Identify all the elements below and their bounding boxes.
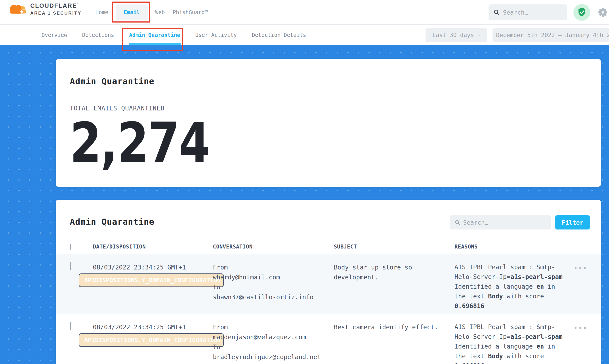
table-row[interactable]: 08/03/2022 23:34:25 GMT+1 From maddenjas… (56, 314, 601, 364)
tab-user-activity[interactable]: User Activity (195, 31, 237, 39)
reason-segment-bold: 0.696816 (455, 362, 484, 364)
reason-segment-bold: en (537, 283, 544, 290)
cell-conversation: From maddenjason@velazquez.com To bradle… (213, 322, 334, 364)
from-address: whardy@hotmail.com (213, 272, 334, 282)
page: CLOUDFLARE’ AREA 1 SECURITY Home Email W… (0, 0, 609, 364)
column-header-subject: SUBJECT (334, 244, 455, 250)
disposition-badge: APIDISPOSITIONS.Y_DOMAIN_CONFIGURATION (79, 273, 224, 287)
reason-segment-bold: a1s-pearl-spam (510, 333, 563, 340)
cell-date: 08/03/2022 23:34:25 GMT+1 (93, 262, 213, 314)
tab-overview[interactable]: Overview (41, 31, 68, 39)
reason-segment-bold: Body (488, 352, 503, 360)
nav-web[interactable]: Web (155, 8, 165, 17)
column-header-conversation: CONVERSATION (213, 244, 334, 250)
row-checkbox[interactable] (70, 262, 71, 270)
nav-phishguard[interactable]: PhishGuard™ (172, 8, 208, 17)
email-subnav: Overview Detections Admin Quarantine Use… (0, 25, 609, 45)
cell-reasons: A1S IPBL Pearl spam : Smtp-Helo-Server-I… (455, 262, 565, 314)
reason-segment-bold: 0.696816 (455, 302, 484, 310)
subnav-tabs: Overview Detections Admin Quarantine Use… (41, 25, 306, 45)
main-nav: Home Email Web PhishGuard™ (95, 0, 208, 25)
cell-conversation: From whardy@hotmail.com To shawn37@casti… (213, 262, 334, 314)
from-address: maddenjason@velazquez.com (213, 332, 334, 342)
tab-detections[interactable]: Detections (82, 31, 114, 39)
reason-segment-bold: en (537, 343, 544, 350)
reason-segment: Identified a language (455, 283, 537, 290)
brand-trademark: ’ (77, 2, 78, 6)
row-checkbox[interactable] (70, 322, 71, 330)
summary-card-title: Admin Quarantine (70, 76, 587, 86)
column-header-reasons: REASONS (455, 244, 566, 250)
table-header-row: DATE/DISPOSITION CONVERSATION SUBJECT RE… (56, 239, 601, 254)
reason-segment: with score (503, 352, 544, 360)
reason-segment: with score (503, 293, 544, 300)
brand-subtitle: AREA 1 SECURITY (30, 11, 81, 16)
date-range-display[interactable]: December 5th 2022 — January 4th 2023 (492, 28, 609, 42)
content-area: Admin Quarantine TOTAL EMAILS QUARANTINE… (0, 45, 609, 364)
column-header-date: DATE/DISPOSITION (93, 244, 213, 250)
protection-status-icon[interactable] (573, 4, 590, 21)
summary-card: Admin Quarantine TOTAL EMAILS QUARANTINE… (56, 59, 601, 187)
date-range-text: December 5th 2022 — January 4th 2023 (496, 32, 609, 39)
table-controls: Filter (450, 215, 590, 230)
settings-gear-icon[interactable] (598, 7, 608, 17)
from-label: From (213, 322, 334, 332)
to-address: shawn37@castillo-ortiz.info (213, 292, 334, 302)
reason-segment-bold: Body (488, 293, 503, 300)
table-search[interactable] (450, 215, 551, 230)
select-all-checkbox[interactable] (70, 244, 71, 250)
cloudflare-logo[interactable]: CLOUDFLARE’ AREA 1 SECURITY (7, 2, 81, 16)
table-card-title: Admin Quarantine (70, 217, 154, 227)
chevron-down-icon: ▾ (478, 33, 480, 38)
header-actions (488, 4, 608, 21)
row-actions-menu-icon[interactable]: ••• (574, 325, 588, 364)
tab-admin-quarantine[interactable]: Admin Quarantine (129, 31, 180, 39)
global-search[interactable] (488, 4, 567, 20)
top-header: CLOUDFLARE’ AREA 1 SECURITY Home Email W… (0, 0, 609, 25)
reason-segment: Identified a language (455, 343, 537, 350)
table-search-input[interactable] (463, 219, 546, 226)
to-label: To (213, 282, 334, 292)
table-card-header: Admin Quarantine Filter (56, 217, 601, 230)
row-actions-menu-icon[interactable]: ••• (574, 265, 588, 314)
tab-detection-details[interactable]: Detection Details (252, 31, 306, 39)
time-range-label: Last 30 days (432, 32, 474, 39)
cell-reasons: A1S IPBL Pearl spam : Smtp-Helo-Server-I… (455, 322, 565, 364)
nav-email[interactable]: Email (116, 4, 148, 20)
to-label: To (213, 342, 334, 352)
brand-name: CLOUDFLARE (30, 2, 77, 9)
metric-value: 2,274 (70, 115, 494, 170)
logo-text: CLOUDFLARE’ AREA 1 SECURITY (30, 2, 81, 16)
filter-button[interactable]: Filter (555, 215, 590, 230)
nav-home[interactable]: Home (95, 8, 109, 17)
search-icon (493, 9, 500, 16)
time-range-dropdown[interactable]: Last 30 days ▾ (426, 28, 487, 42)
quarantine-table-card: Admin Quarantine Filter DATE/DISPOSITION (56, 200, 601, 364)
from-label: From (213, 262, 334, 272)
cell-subject: Best camera identify effect. (334, 322, 444, 364)
search-icon (455, 219, 460, 226)
reason-segment-bold: a1s-pearl-spam (510, 273, 563, 281)
table-row[interactable]: 08/03/2022 23:34:25 GMT+1 From whardy@ho… (56, 254, 601, 314)
to-address: bradleyrodriguez@copeland.net (213, 352, 334, 362)
cloudflare-cloud-icon (7, 2, 28, 16)
global-search-input[interactable] (503, 9, 562, 16)
cell-subject: Body star up store so development. (334, 262, 444, 314)
disposition-badge: APIDISPOSITIONS.Y_DOMAIN_CONFIGURATION (79, 333, 224, 347)
